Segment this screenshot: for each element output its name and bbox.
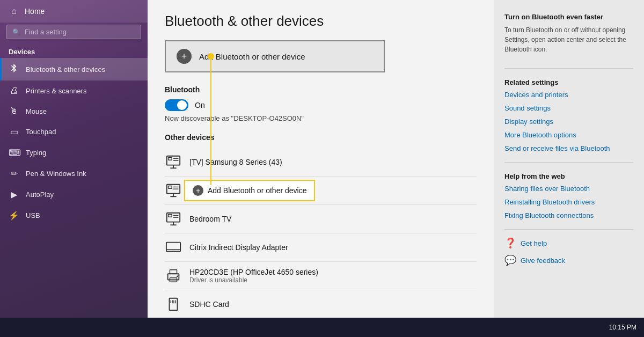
- device-samsung-tv-name: [TV] Samsung 8 Series (43): [189, 158, 282, 166]
- right-link-display[interactable]: Display settings: [504, 118, 633, 126]
- svg-rect-10: [169, 186, 172, 189]
- home-icon: ⌂: [9, 6, 19, 16]
- sidebar-section-label: Devices: [0, 43, 148, 58]
- tv-icon: [165, 153, 182, 171]
- get-help-row[interactable]: ❓ Get help: [504, 237, 633, 249]
- svg-rect-4: [169, 158, 172, 160]
- right-divider-1: [504, 68, 633, 69]
- device-samsung-tv-info: [TV] Samsung 8 Series (43): [189, 158, 282, 166]
- sidebar-home-button[interactable]: ⌂ Home: [0, 0, 148, 23]
- sidebar-item-autoplay[interactable]: ▶ AutoPlay: [0, 184, 148, 205]
- add-icon: +: [177, 49, 192, 64]
- right-section1-text: To turn Bluetooth on or off without open…: [504, 25, 633, 54]
- main-content: Bluetooth & other devices + Add Bluetoot…: [148, 0, 494, 337]
- search-box[interactable]: 🔍: [6, 25, 141, 39]
- right-section3-title: Help from the web: [504, 172, 633, 180]
- device-item-citrix: Citrix Indirect Display Adapter: [165, 233, 477, 262]
- other-devices-section: Other devices [TV] Samsung 8 Series (43): [165, 133, 477, 318]
- add-device-label: Add Bluetooth or other device: [199, 52, 305, 61]
- add-device-tooltip[interactable]: + Add Bluetooth or other device: [184, 180, 315, 201]
- device-sdhc-name: SDHC Card: [189, 300, 229, 309]
- right-section1-title: Turn on Bluetooth even faster: [504, 13, 633, 21]
- sidebar-item-touchpad-label: Touchpad: [26, 128, 56, 136]
- discoverable-text: Now discoverable as "DESKTOP-O42SO0N": [165, 114, 477, 122]
- sidebar-item-pen-label: Pen & Windows Ink: [26, 170, 86, 178]
- bluetooth-toggle-row: On: [165, 99, 477, 111]
- svg-point-25: [177, 276, 178, 277]
- right-link-devices-printers[interactable]: Devices and printers: [504, 91, 633, 99]
- citrix-icon: [165, 239, 182, 256]
- right-link-fixing[interactable]: Fixing Bluetooth connections: [504, 211, 633, 219]
- device-sdhc-info: SDHC Card: [189, 300, 229, 309]
- add-device-button[interactable]: + Add Bluetooth or other device: [165, 40, 385, 72]
- sidebar-item-pen[interactable]: ✏ Pen & Windows Ink: [0, 163, 148, 184]
- svg-rect-26: [170, 298, 178, 311]
- give-feedback-icon: 💬: [504, 254, 516, 266]
- taskbar-time: 10:15 PM: [609, 324, 636, 331]
- pen-icon: ✏: [9, 169, 19, 179]
- sidebar-item-printers-label: Printers & scanners: [26, 87, 86, 95]
- sidebar-item-usb[interactable]: ⚡ USB: [0, 205, 148, 226]
- give-feedback-label: Give feedback: [521, 257, 565, 265]
- usb-icon: ⚡: [9, 210, 19, 221]
- right-panel: Turn on Bluetooth even faster To turn Bl…: [494, 0, 644, 337]
- sidebar-item-typing[interactable]: ⌨ Typing: [0, 142, 148, 163]
- device-citrix-name: Citrix Indirect Display Adapter: [189, 243, 288, 252]
- sidebar-item-autoplay-label: AutoPlay: [26, 191, 54, 199]
- sidebar-item-bluetooth-label: Bluetooth & other devices: [26, 65, 105, 74]
- device-item-hp-printer: HP20CD3E (HP OfficeJet 4650 series) Driv…: [165, 262, 477, 290]
- sidebar-item-bluetooth[interactable]: Bluetooth & other devices: [0, 58, 148, 80]
- page-title: Bluetooth & other devices: [165, 13, 477, 30]
- device-item-sdhc: SDHC Card: [165, 290, 477, 318]
- right-link-sound[interactable]: Sound settings: [504, 104, 633, 112]
- tooltip-plus-icon: +: [193, 185, 203, 196]
- device-hp-printer-name: HP20CD3E (HP OfficeJet 4650 series): [189, 268, 318, 276]
- get-help-label: Get help: [521, 239, 547, 247]
- toggle-state-label: On: [195, 101, 205, 109]
- device-item-bedroom-tv: + Add Bluetooth or other device: [165, 177, 477, 205]
- right-link-reinstalling[interactable]: Reinstalling Bluetooth drivers: [504, 198, 633, 206]
- search-icon: 🔍: [12, 28, 20, 36]
- bluetooth-label: Bluetooth: [165, 85, 477, 94]
- home-label: Home: [25, 7, 45, 16]
- touchpad-icon: ▭: [9, 127, 19, 137]
- device-item-bedroom-tv-actual: Bedroom TV: [165, 205, 477, 233]
- sidebar-item-mouse-label: Mouse: [26, 107, 47, 115]
- tooltip-label: Add Bluetooth or other device: [208, 186, 306, 195]
- sidebar: ⌂ Home 🔍 Devices Bluetooth & other devic…: [0, 0, 148, 337]
- sdhc-icon: [165, 296, 182, 313]
- autoplay-icon: ▶: [9, 189, 19, 200]
- device-item-samsung-tv: [TV] Samsung 8 Series (43): [165, 148, 477, 177]
- sidebar-item-printers[interactable]: 🖨 Printers & scanners: [0, 80, 148, 101]
- device-hp-printer-sub: Driver is unavailable: [189, 276, 318, 284]
- device-bedroom-tv-name: Bedroom TV: [189, 215, 231, 223]
- right-link-sharing[interactable]: Sharing files over Bluetooth: [504, 185, 633, 193]
- printer2-icon: [165, 267, 182, 284]
- sidebar-item-usb-label: USB: [26, 211, 40, 219]
- svg-rect-16: [169, 215, 172, 217]
- other-devices-label: Other devices: [165, 133, 477, 142]
- keyboard-icon: ⌨: [9, 148, 19, 158]
- give-feedback-row[interactable]: 💬 Give feedback: [504, 254, 633, 266]
- bluetooth-icon: [9, 63, 19, 75]
- sidebar-item-touchpad[interactable]: ▭ Touchpad: [0, 121, 148, 142]
- right-link-send-receive[interactable]: Send or receive files via Bluetooth: [504, 144, 633, 152]
- mouse-icon: 🖱: [9, 106, 19, 116]
- get-help-icon: ❓: [504, 237, 516, 249]
- sidebar-item-mouse[interactable]: 🖱 Mouse: [0, 101, 148, 121]
- svg-rect-19: [166, 243, 180, 252]
- sidebar-item-typing-label: Typing: [26, 149, 46, 157]
- printer-icon: 🖨: [9, 86, 19, 96]
- device-hp-printer-info: HP20CD3E (HP OfficeJet 4650 series) Driv…: [189, 268, 318, 284]
- svg-rect-23: [170, 270, 177, 274]
- right-link-bluetooth-options[interactable]: More Bluetooth options: [504, 131, 633, 139]
- search-input[interactable]: [25, 28, 135, 36]
- bluetooth-section: Bluetooth On Now discoverable as "DESKTO…: [165, 85, 477, 122]
- toggle-knob: [177, 100, 187, 110]
- right-section2-title: Related settings: [504, 78, 633, 86]
- device-bedroom-tv-info: Bedroom TV: [189, 215, 231, 223]
- bedroom-tv-icon: [165, 210, 182, 228]
- bluetooth-toggle[interactable]: [165, 99, 188, 111]
- tv2-icon: [165, 182, 182, 199]
- taskbar: 10:15 PM: [0, 318, 644, 337]
